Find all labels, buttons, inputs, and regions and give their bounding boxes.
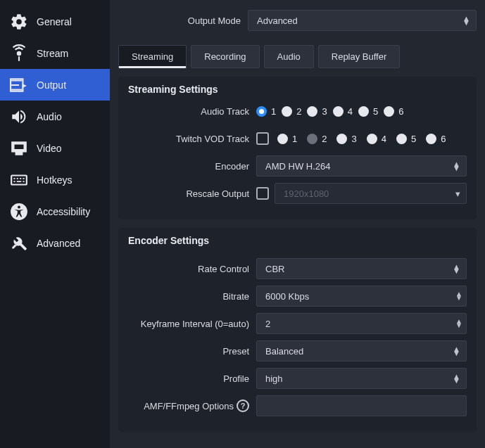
- sidebar: General Stream Output Audio Video Hotkey…: [0, 0, 110, 448]
- tab-streaming[interactable]: Streaming: [118, 45, 187, 68]
- sidebar-item-label: Video: [37, 143, 62, 154]
- twitch-vod-row: Twitch VOD Track 1 2 3 4 5 6: [128, 127, 467, 150]
- sidebar-item-label: Hotkeys: [37, 174, 73, 186]
- sidebar-item-advanced[interactable]: Advanced: [0, 227, 110, 259]
- encoder-select[interactable]: AMD HW H.264 ▲▼: [256, 155, 467, 177]
- sidebar-item-label: Stream: [37, 48, 68, 59]
- gear-icon: [8, 11, 30, 32]
- audio-track-3[interactable]: 3: [307, 106, 327, 117]
- twitch-vod-5[interactable]: 5: [396, 134, 416, 144]
- keyframe-value: 2: [265, 319, 270, 329]
- sidebar-item-stream[interactable]: Stream: [0, 37, 110, 69]
- sidebar-item-accessibility[interactable]: Accessibility: [0, 196, 110, 227]
- bitrate-label: Bitrate: [128, 291, 256, 302]
- rate-control-select[interactable]: CBR ▲▼: [256, 258, 467, 279]
- profile-select[interactable]: high ▲▼: [256, 368, 467, 389]
- amf-row: AMF/FFmpeg Options ?: [128, 395, 467, 417]
- updown-icon: ▲▼: [453, 374, 460, 383]
- audio-track-group: 1 2 3 4 5 6: [256, 106, 467, 117]
- sidebar-item-general[interactable]: General: [0, 6, 110, 37]
- rescale-select: 1920x1080 ▾: [275, 183, 467, 204]
- twitch-vod-4[interactable]: 4: [367, 134, 386, 144]
- accessibility-icon: [8, 201, 30, 222]
- encoder-settings-title: Encoder Settings: [128, 235, 467, 246]
- spin-buttons-icon[interactable]: ▲▼: [452, 318, 466, 329]
- output-mode-value: Advanced: [257, 15, 298, 26]
- twitch-vod-checkbox[interactable]: [256, 132, 269, 145]
- keyframe-row: Keyframe Interval (0=auto) 2 ▲▼: [128, 312, 467, 335]
- twitch-vod-control: 1 2 3 4 5 6: [256, 132, 467, 145]
- rate-control-label: Rate Control: [128, 264, 256, 274]
- twitch-vod-2[interactable]: 2: [307, 134, 327, 144]
- encoder-row: Encoder AMD HW H.264 ▲▼: [128, 155, 467, 177]
- rescale-checkbox[interactable]: [256, 187, 269, 200]
- keyframe-spinbox[interactable]: 2 ▲▼: [256, 313, 467, 334]
- profile-value: high: [265, 373, 283, 384]
- output-mode-label: Output Mode: [118, 15, 248, 26]
- encoder-value: AMD HW H.264: [265, 161, 330, 172]
- svg-point-3: [18, 205, 20, 208]
- twitch-vod-3[interactable]: 3: [336, 134, 356, 144]
- rate-control-row: Rate Control CBR ▲▼: [128, 257, 467, 280]
- output-tabs: Streaming Recording Audio Replay Buffer: [118, 45, 477, 68]
- output-mode-select[interactable]: Advanced ▲▼: [248, 10, 477, 31]
- tools-icon: [8, 233, 30, 254]
- audio-track-1[interactable]: 1: [256, 106, 276, 117]
- output-mode-row: Output Mode Advanced ▲▼: [118, 10, 477, 31]
- encoder-settings-panel: Encoder Settings Rate Control CBR ▲▼ Bit…: [118, 228, 477, 432]
- sidebar-item-label: Audio: [37, 111, 62, 122]
- rescale-label: Rescale Output: [128, 188, 256, 199]
- audio-track-5[interactable]: 5: [358, 106, 378, 117]
- output-icon: [8, 75, 30, 96]
- sidebar-item-label: Accessibility: [37, 206, 90, 217]
- rate-control-value: CBR: [265, 264, 284, 274]
- tab-replay-buffer[interactable]: Replay Buffer: [318, 45, 401, 68]
- updown-icon: ▲▼: [453, 264, 460, 273]
- profile-label: Profile: [128, 373, 256, 384]
- preset-row: Preset Balanced ▲▼: [128, 340, 467, 362]
- keyboard-icon: [8, 169, 30, 191]
- svg-rect-1: [11, 175, 27, 184]
- audio-track-2[interactable]: 2: [282, 106, 301, 117]
- sidebar-item-label: General: [37, 16, 72, 27]
- monitor-icon: [8, 138, 30, 159]
- updown-icon: ▲▼: [462, 16, 470, 25]
- preset-select[interactable]: Balanced ▲▼: [256, 340, 467, 361]
- twitch-vod-group: 1 2 3 4 5 6: [277, 134, 446, 144]
- twitch-vod-6[interactable]: 6: [426, 134, 446, 144]
- bitrate-spinbox[interactable]: 6000 Kbps ▲▼: [256, 286, 467, 307]
- updown-icon: ▲▼: [453, 162, 460, 170]
- bitrate-row: Bitrate 6000 Kbps ▲▼: [128, 285, 467, 307]
- audio-track-row: Audio Track 1 2 3 4 5 6: [128, 100, 467, 122]
- bitrate-value: 6000 Kbps: [265, 291, 309, 302]
- audio-track-4[interactable]: 4: [333, 106, 353, 117]
- sidebar-item-hotkeys[interactable]: Hotkeys: [0, 164, 110, 196]
- audio-track-6[interactable]: 6: [384, 106, 403, 117]
- chevron-down-icon: ▾: [455, 188, 460, 199]
- broadcast-icon: [8, 43, 30, 64]
- amf-label-wrap: AMF/FFmpeg Options ?: [128, 399, 256, 412]
- twitch-vod-1[interactable]: 1: [277, 134, 297, 144]
- tab-recording[interactable]: Recording: [191, 45, 259, 68]
- help-icon[interactable]: ?: [237, 399, 249, 412]
- speaker-icon: [8, 106, 30, 127]
- streaming-settings-title: Streaming Settings: [128, 84, 467, 95]
- preset-value: Balanced: [265, 346, 303, 357]
- preset-label: Preset: [128, 346, 256, 357]
- sidebar-item-output[interactable]: Output: [0, 69, 110, 101]
- twitch-vod-label: Twitch VOD Track: [128, 134, 256, 144]
- encoder-label: Encoder: [128, 161, 256, 172]
- sidebar-item-label: Advanced: [37, 238, 80, 249]
- sidebar-item-audio[interactable]: Audio: [0, 101, 110, 132]
- profile-row: Profile high ▲▼: [128, 367, 467, 390]
- sidebar-item-video[interactable]: Video: [0, 132, 110, 164]
- tab-audio[interactable]: Audio: [264, 45, 314, 68]
- updown-icon: ▲▼: [453, 347, 460, 355]
- rescale-value: 1920x1080: [284, 188, 329, 199]
- rescale-row: Rescale Output 1920x1080 ▾: [128, 182, 467, 205]
- spin-buttons-icon[interactable]: ▲▼: [452, 290, 466, 302]
- amf-label: AMF/FFmpeg Options: [144, 401, 234, 411]
- amf-input[interactable]: [256, 395, 467, 416]
- main-content: Output Mode Advanced ▲▼ Streaming Record…: [110, 0, 485, 448]
- keyframe-label: Keyframe Interval (0=auto): [128, 319, 256, 329]
